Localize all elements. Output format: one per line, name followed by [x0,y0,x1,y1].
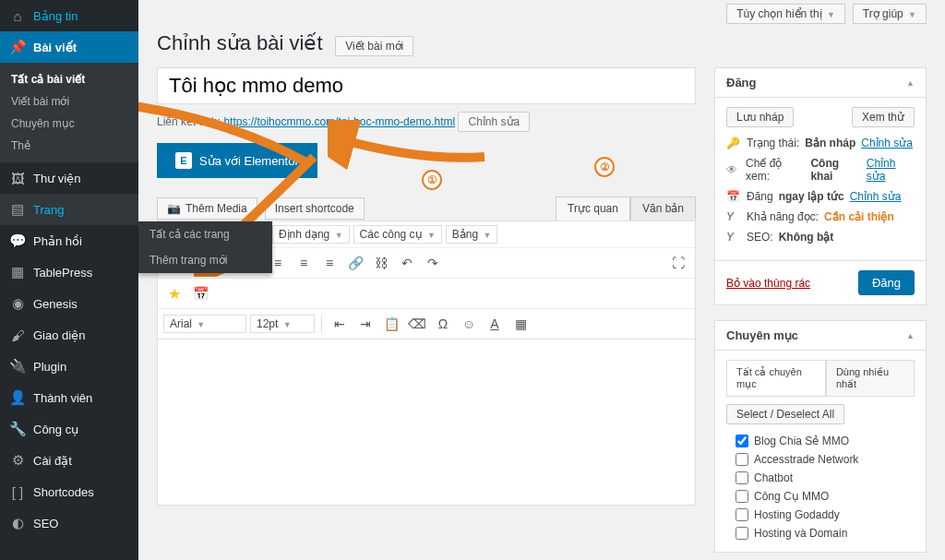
brackets-icon: [ ] [9,483,26,500]
sidebar-sub-all-posts[interactable]: Tất cả bài viết [0,68,138,90]
sidebar-sub-tags[interactable]: Thẻ [0,135,138,157]
table-insert-icon[interactable]: ▦ [509,313,532,335]
sidebar-item-tablepress[interactable]: ▦TablePress [0,256,138,288]
collapse-icon[interactable]: ▲ [906,331,915,340]
categories-metabox: Chuyên mục▲ Tất cả chuyên mục Dùng nhiều… [714,320,927,553]
category-item[interactable]: Hosting Godaddy [726,506,915,524]
edit-status-link[interactable]: Chỉnh sửa [861,137,913,149]
special-char-icon[interactable]: Ω [432,313,454,335]
category-item[interactable]: Blog Chia Sẻ MMO [726,432,915,450]
category-item[interactable]: Công Cụ MMO [726,487,915,506]
save-draft-button[interactable]: Lưu nháp [726,107,794,127]
edit-visibility-link[interactable]: Chỉnh sửa [867,157,915,183]
flyout-new-page[interactable]: Thêm trang mới [138,247,272,273]
sidebar-submenu-posts: Tất cả bài viết Viết bài mới Chuyên mục … [0,63,138,162]
category-label: Hosting và Domain [754,527,847,540]
sidebar-label: Genesis [33,297,78,311]
category-checkbox[interactable] [736,508,748,521]
category-item[interactable]: Chatbot [726,469,915,487]
sidebar-label: Giao diện [33,328,85,342]
sidebar-item-pages[interactable]: ▤Trang [0,194,138,225]
category-item[interactable]: Hosting và Domain [726,524,915,542]
page-icon: ▤ [9,201,26,218]
publish-metabox: Đăng▲ Lưu nháp Xem thử 🔑Trạng thái: Bản … [714,67,927,305]
category-label: Accesstrade Network [754,453,858,466]
sidebar-item-media[interactable]: 🖼Thư viện [0,162,138,194]
sidebar-item-genesis[interactable]: ◉Genesis [0,288,138,319]
edit-schedule-link[interactable]: Chỉnh sửa [850,190,902,203]
add-new-button[interactable]: Viết bài mới [335,36,413,56]
star-icon[interactable]: ★ [163,282,185,304]
font-family-select[interactable]: Arial ▼ [163,315,246,333]
category-item[interactable]: Accesstrade Network [726,450,915,469]
editor-body[interactable] [157,340,696,506]
sidebar-label: SEO [33,517,58,530]
tools-menu[interactable]: Các công cụ ▼ [353,225,442,244]
clear-format-icon[interactable]: ⌫ [406,313,428,335]
tab-visual[interactable]: Trực quan [556,197,630,220]
category-label: Blog Chia Sẻ MMO [754,435,849,447]
collapse-icon[interactable]: ▲ [906,78,915,88]
category-list: Blog Chia Sẻ MMOAccesstrade NetworkChatb… [726,432,915,542]
publish-heading: Đăng [726,76,757,89]
sidebar-sub-categories[interactable]: Chuyên mục [0,113,138,135]
select-all-categories-button[interactable]: Select / Deselect All [726,404,844,424]
table-menu[interactable]: Bảng ▼ [446,225,498,244]
category-checkbox[interactable] [736,435,748,447]
sidebar-label: Cài đặt [33,454,72,468]
sidebar-item-seo[interactable]: ◐SEO [0,507,138,539]
sidebar-item-dashboard[interactable]: ⌂Bảng tin [0,0,138,31]
category-checkbox[interactable] [736,471,748,484]
sidebar-item-users[interactable]: 👤Thành viên [0,382,138,413]
flyout-all-pages[interactable]: Tất cả các trang [138,221,272,247]
eye-icon: 👁 [726,163,740,176]
category-label: Hosting Godaddy [754,508,840,521]
sidebar-label: Bảng tin [33,9,78,23]
camera-icon: 📷 [167,202,181,215]
sidebar-sub-new-post[interactable]: Viết bài mới [0,90,138,113]
emoji-icon[interactable]: ☺ [458,313,480,335]
text-color-icon[interactable]: A [484,313,506,335]
indent-icon[interactable]: ⇤ [329,313,351,335]
tab-text[interactable]: Văn bản [630,197,696,220]
sidebar-item-plugins[interactable]: 🔌Plugin [0,351,138,382]
category-checkbox[interactable] [736,453,748,466]
sidebar-label: Thư viện [33,172,80,185]
tab-all-categories[interactable]: Tất cả chuyên mục [726,360,826,396]
tab-popular-categories[interactable]: Dùng nhiều nhất [826,360,915,396]
sidebar-item-tools[interactable]: 🔧Công cụ [0,413,138,445]
undo-icon[interactable]: ↶ [396,252,418,274]
key-icon: 🔑 [726,137,741,149]
fullscreen-icon[interactable]: ⛶ [667,252,689,274]
sidebar-label: Trang [33,203,64,217]
calendar-icon[interactable]: 📅 [189,282,211,304]
font-size-select[interactable]: 12pt ▼ [250,315,315,333]
admin-sidebar: ⌂Bảng tin 📌Bài viết Tất cả bài viết Viết… [0,0,138,560]
user-icon: 👤 [9,389,26,406]
screen-options-toggle[interactable]: Tùy chọn hiển thị ▼ [726,4,845,24]
sidebar-label: TablePress [33,266,92,280]
category-label: Chatbot [754,471,793,484]
sidebar-item-settings[interactable]: ⚙Cài đặt [0,445,138,476]
sidebar-item-shortcodes[interactable]: [ ]Shortcodes [0,476,138,507]
annotation-marker-2: ② [594,157,615,177]
preview-button[interactable]: Xem thử [852,107,915,127]
sidebar-item-posts[interactable]: 📌Bài viết [0,31,138,63]
page-title: Chỉnh sửa bài viết [157,31,323,55]
paste-icon[interactable]: 📋 [380,313,402,335]
redo-icon[interactable]: ↷ [422,252,444,274]
main-content: Tùy chọn hiển thị ▼ Trợ giúp ▼ Chỉnh sửa… [138,0,945,560]
category-checkbox[interactable] [736,490,748,503]
genesis-icon: ◉ [9,295,26,312]
category-checkbox[interactable] [736,527,748,540]
media-icon: 🖼 [9,170,26,186]
help-toggle[interactable]: Trợ giúp ▼ [853,4,927,24]
unlink-icon[interactable]: ⛓ [370,252,392,274]
outdent-icon[interactable]: ⇥ [354,313,377,335]
annotation-marker-1: ① [422,170,442,190]
sidebar-item-appearance[interactable]: 🖌Giao diện [0,319,138,351]
publish-button[interactable]: Đăng [858,270,915,295]
link-icon[interactable]: 🔗 [344,252,366,274]
move-to-trash-link[interactable]: Bỏ vào thùng rác [726,277,810,290]
sidebar-item-comments[interactable]: 💬Phản hồi [0,225,138,256]
